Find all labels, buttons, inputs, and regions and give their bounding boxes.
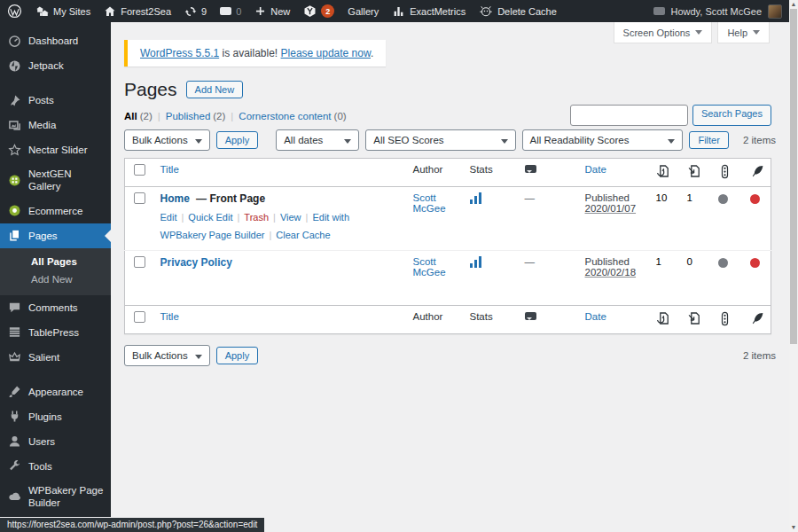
bulk-actions-select[interactable]: Bulk Actions <box>124 129 210 151</box>
stats-chart-icon[interactable] <box>470 256 481 268</box>
updates-count: 9 <box>201 6 207 17</box>
quick-edit-link[interactable]: Quick Edit <box>176 212 232 223</box>
sidebar-item-pages[interactable]: Pages <box>0 223 111 248</box>
scrollbar-thumb[interactable] <box>790 9 797 344</box>
view-all[interactable]: All(2) <box>124 111 153 121</box>
select-row-checkbox[interactable] <box>134 192 145 204</box>
edit-link[interactable]: Edit <box>160 212 177 223</box>
column-header-comments <box>520 159 580 187</box>
sidebar-item-jetpack[interactable]: Jetpack <box>0 53 111 78</box>
yoast-icon <box>303 4 317 18</box>
scroll-down-arrow[interactable]: ▼ <box>789 523 798 532</box>
column-footer-title[interactable]: Title <box>155 305 408 333</box>
my-sites-menu[interactable]: My Sites <box>35 5 90 18</box>
view-published[interactable]: Published(2) <box>153 111 226 121</box>
update-notice: WordPress 5.5.1 is available! Please upd… <box>124 40 386 66</box>
search-pages-button[interactable]: Search Pages <box>692 105 771 126</box>
gallery-menu[interactable]: Gallery <box>348 6 379 17</box>
outgoing-links-count: 10 <box>656 192 668 203</box>
column-header-date[interactable]: Date <box>580 159 651 187</box>
nextgen-icon <box>7 173 21 187</box>
page-scrollbar[interactable]: ▲ ▼ <box>789 0 798 532</box>
author-link[interactable]: Scott McGee <box>413 192 446 214</box>
filter-button[interactable]: Filter <box>689 131 728 149</box>
author-link[interactable]: Scott McGee <box>413 256 446 278</box>
sidebar-item-ecommerce[interactable]: Ecommerce <box>0 199 111 223</box>
sidebar-item-tools[interactable]: Tools <box>0 454 111 479</box>
page-title-link[interactable]: Privacy Policy <box>160 256 232 269</box>
delete-cache-menu[interactable]: Delete Cache <box>479 4 557 18</box>
updates-icon <box>184 5 197 18</box>
apply-button[interactable]: Apply <box>216 347 259 364</box>
yoast-menu[interactable]: 2 <box>303 4 334 18</box>
sidebar-item-plugins[interactable]: Plugins <box>0 404 111 429</box>
sidebar-item-users[interactable]: Users <box>0 429 111 454</box>
row-actions: EditQuick EditTrashViewEdit with WPBaker… <box>160 209 382 245</box>
sidebar-item-nextgen-gallery[interactable]: NextGEN Gallery <box>0 162 111 199</box>
dates-select[interactable]: All dates <box>276 129 359 151</box>
avatar[interactable] <box>768 4 782 19</box>
new-content-menu[interactable]: New <box>254 5 290 17</box>
column-footer-outgoing-links <box>651 305 682 333</box>
apply-button[interactable]: Apply <box>216 131 259 149</box>
readability-scores-select[interactable]: All Readability Scores <box>522 129 684 151</box>
sidebar-item-posts[interactable]: Posts <box>0 88 111 113</box>
scroll-up-arrow[interactable]: ▲ <box>789 0 798 9</box>
jetpack-icon <box>7 59 21 73</box>
page-title-link[interactable]: Home <box>160 192 190 205</box>
readability-icon <box>750 311 764 327</box>
readability-score-dot <box>750 258 760 268</box>
trash-link[interactable]: Trash <box>232 212 269 223</box>
stats-chart-icon[interactable] <box>470 192 481 204</box>
search-input[interactable] <box>570 105 688 126</box>
column-header-title[interactable]: Title <box>155 159 408 187</box>
screen-options-tab[interactable]: Screen Options <box>614 22 713 43</box>
sidebar-item-media[interactable]: Media <box>0 113 111 137</box>
tablenav-top: Bulk Actions Apply All dates All SEO Sco… <box>124 129 776 151</box>
wordpress-version-link[interactable]: WordPress 5.5.1 <box>140 47 219 59</box>
view-link[interactable]: View <box>269 212 301 223</box>
exactmetrics-menu[interactable]: ExactMetrics <box>392 5 466 18</box>
column-header-stats: Stats <box>465 159 520 187</box>
site-menu[interactable]: Forest2Sea <box>104 5 171 18</box>
select-all-checkbox[interactable] <box>134 311 145 323</box>
update-now-link[interactable]: Please update now <box>281 47 371 59</box>
column-footer-stats: Stats <box>465 305 520 333</box>
sidebar-item-appearance[interactable]: Appearance <box>0 379 111 404</box>
column-footer-date[interactable]: Date <box>580 305 651 333</box>
bulk-actions-select[interactable]: Bulk Actions <box>124 345 210 366</box>
seo-score-icon <box>718 164 732 181</box>
help-tab[interactable]: Help <box>717 22 770 43</box>
comments-value: — <box>525 256 536 267</box>
clear-cache-link[interactable]: Clear Cache <box>265 230 331 240</box>
incoming-links-count: 0 <box>687 256 692 267</box>
comments-menu[interactable]: 0 <box>220 6 241 17</box>
ecommerce-icon <box>7 204 21 218</box>
chevron-down-icon <box>695 30 702 38</box>
feedback-bubble-icon[interactable] <box>653 7 665 15</box>
submenu-all-pages[interactable]: All Pages <box>0 253 111 270</box>
howdy-account-menu[interactable]: Howdy, Scott McGee <box>671 6 763 17</box>
seo-scores-select[interactable]: All SEO Scores <box>365 129 515 151</box>
column-footer-readability <box>745 305 771 333</box>
sidebar-item-wpbakery[interactable]: WPBakery Page Builder <box>0 479 111 515</box>
sidebar-item-dashboard[interactable]: Dashboard <box>0 28 111 53</box>
home-icon <box>104 5 116 18</box>
sidebar-item-nectar-slider[interactable]: Nectar Slider <box>0 137 111 162</box>
view-cornerstone[interactable]: Cornerstone content(0) <box>225 111 346 121</box>
table-row-home: Home — Front Page EditQuick EditTrashVie… <box>125 187 771 251</box>
wrench-icon <box>7 459 21 473</box>
plus-icon <box>254 5 266 17</box>
select-all-checkbox[interactable] <box>134 164 145 176</box>
sidebar-item-salient[interactable]: Salient <box>0 345 111 370</box>
publish-status: Published <box>585 192 630 203</box>
readability-icon <box>750 164 764 180</box>
submenu-add-new[interactable]: Add New <box>0 270 111 288</box>
add-new-button[interactable]: Add New <box>186 81 244 98</box>
sidebar-item-tablepress[interactable]: TablePress <box>0 320 111 345</box>
my-sites-label: My Sites <box>53 6 90 17</box>
sidebar-item-comments[interactable]: Comments <box>0 295 111 320</box>
updates-menu[interactable]: 9 <box>184 5 207 18</box>
wordpress-logo-icon[interactable] <box>7 4 22 19</box>
select-row-checkbox[interactable] <box>134 256 145 268</box>
